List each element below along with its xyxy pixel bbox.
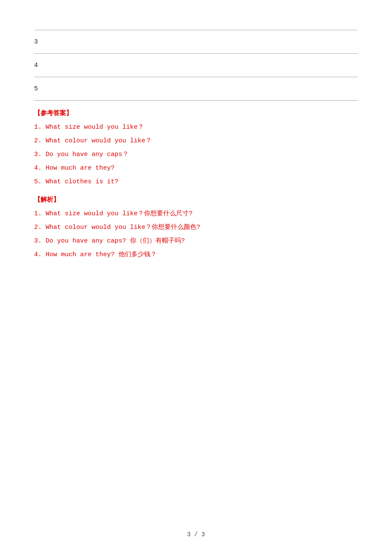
analysis-item-3: 3. Do you have any caps? 你（们）有帽子吗?	[34, 236, 358, 246]
answer-item-5: 5. What clothes is it?	[34, 177, 358, 187]
answer-item-1: 1. What size would you like？	[34, 122, 358, 133]
page: 3 4 5 【参考答案】 1. What size would you like…	[0, 0, 392, 555]
answer-item-3: 3. Do you have any caps？	[34, 150, 358, 160]
analysis-item-2: 2. What colour would you like？你想要什么颜色?	[34, 223, 358, 233]
question-text-3: 3	[34, 37, 358, 47]
question-block-3: 3	[34, 37, 358, 47]
page-number: 3 / 3	[187, 531, 205, 538]
analysis-list: 1. What size would you like？你想要什么尺寸? 2. …	[34, 209, 358, 260]
analysis-title: 【解析】	[34, 196, 358, 204]
divider-bottom	[34, 100, 358, 101]
analysis-item-4: 4. How much are they? 他们多少钱？	[34, 250, 358, 260]
divider-5	[34, 77, 358, 77]
question-text-4: 4	[34, 61, 358, 71]
answer-item-2: 2. What colour would you like？	[34, 136, 358, 146]
question-block-4: 4	[34, 61, 358, 71]
divider-3	[34, 30, 358, 30]
answers-list: 1. What size would you like？ 2. What col…	[34, 122, 358, 187]
question-block-5: 5	[34, 84, 358, 94]
divider-4	[34, 53, 358, 54]
answer-item-4: 4. How much are they?	[34, 163, 358, 173]
reference-answers-title: 【参考答案】	[34, 109, 358, 117]
question-text-5: 5	[34, 84, 358, 94]
analysis-item-1: 1. What size would you like？你想要什么尺寸?	[34, 209, 358, 219]
